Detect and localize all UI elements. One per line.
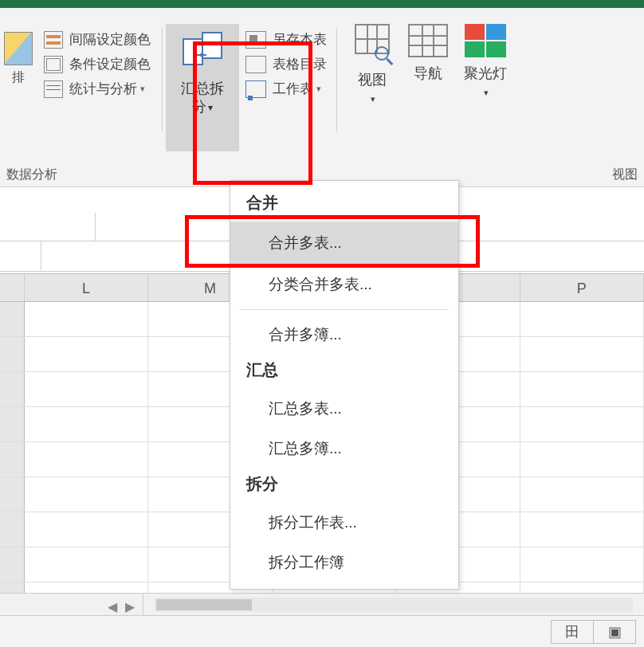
- split-merge-dropdown: 合并 合并多表... 分类合并多表... 合并多簿... 汇总 汇总多表... …: [230, 180, 459, 590]
- group-label-analysis: 数据分析: [6, 167, 57, 183]
- divider: [336, 28, 337, 131]
- spotlight-label: 聚光灯▾: [464, 65, 507, 100]
- worksheet-label: 工作表: [273, 80, 313, 98]
- stats-analysis-button[interactable]: 统计与分析 ▾: [44, 80, 151, 98]
- row-header-gutter: [0, 274, 25, 301]
- menu-split-workbook[interactable]: 拆分工作簿: [230, 543, 458, 582]
- menu-merge-workbooks[interactable]: 合并多簿...: [230, 315, 458, 355]
- split-merge-button[interactable]: 汇总拆分▾: [166, 24, 239, 151]
- nav-button[interactable]: 导航: [400, 16, 456, 83]
- sort-label: 排: [0, 69, 36, 86]
- spotlight-button[interactable]: 聚光灯▾: [456, 16, 507, 100]
- status-bar: 田 ▣: [0, 615, 644, 647]
- chevron-down-icon: ▾: [140, 84, 145, 94]
- menu-categorize-merge[interactable]: 分类合并多表...: [230, 265, 458, 304]
- split-merge-icon: [183, 32, 222, 72]
- scroll-track[interactable]: [155, 598, 633, 612]
- scroll-thumb[interactable]: [156, 599, 252, 610]
- split-merge-label: 汇总拆分▾: [178, 80, 227, 117]
- scroll-left-icon[interactable]: ◀: [108, 599, 119, 610]
- conditional-color-button[interactable]: 条件设定颜色: [44, 55, 151, 73]
- view-label: 视图▾: [352, 72, 392, 106]
- stats-icon: [44, 80, 63, 98]
- interval-icon: [44, 31, 63, 49]
- interval-color-button[interactable]: 间隔设定颜色: [44, 30, 151, 49]
- chevron-down-icon: ▾: [371, 94, 375, 104]
- nav-icon: [408, 24, 448, 57]
- conditional-icon: [44, 56, 63, 73]
- view-page-button[interactable]: ▣: [593, 620, 636, 644]
- scroll-right-icon[interactable]: ▶: [125, 599, 136, 610]
- save-as-button[interactable]: 另存本表: [245, 30, 327, 49]
- analysis-group: 间隔设定颜色 条件设定颜色 统计与分析 ▾: [36, 16, 159, 104]
- toc-label: 表格目录: [273, 55, 327, 73]
- section-summary: 汇总: [230, 355, 458, 389]
- menu-split-worksheet[interactable]: 拆分工作表...: [230, 503, 458, 543]
- menu-merge-tables[interactable]: 合并多表...: [230, 222, 458, 265]
- save-as-label: 另存本表: [273, 30, 327, 49]
- section-merge: 合并: [230, 187, 458, 222]
- horizontal-scrollbar[interactable]: ◀ ▶: [0, 593, 644, 615]
- col-header-L[interactable]: L: [25, 274, 148, 301]
- save-icon: [245, 31, 266, 49]
- select-all[interactable]: [0, 241, 41, 270]
- worksheet-icon: [245, 80, 266, 98]
- sort-button[interactable]: 排: [0, 16, 36, 86]
- menu-summary-workbooks[interactable]: 汇总多簿...: [230, 429, 458, 469]
- view-button[interactable]: 视图▾: [340, 16, 400, 106]
- toc-icon: [245, 56, 266, 73]
- nav-label: 导航: [408, 65, 448, 83]
- chevron-down-icon: ▾: [208, 102, 213, 113]
- ribbon: 排 间隔设定颜色 条件设定颜色 统计与分析 ▾: [0, 8, 644, 187]
- menu-divider: [240, 309, 449, 310]
- worksheet-button[interactable]: 工作表 ▾: [245, 80, 327, 98]
- sort-icon: [4, 32, 33, 65]
- interval-label: 间隔设定颜色: [69, 30, 151, 49]
- title-bar: [0, 0, 644, 8]
- workbook-group: 另存本表 表格目录 工作表 ▾: [239, 16, 333, 104]
- conditional-label: 条件设定颜色: [69, 55, 151, 73]
- divider: [162, 28, 163, 131]
- section-split: 拆分: [230, 469, 458, 503]
- chevron-down-icon: ▾: [484, 88, 489, 97]
- toc-button[interactable]: 表格目录: [245, 55, 327, 73]
- group-label-view: 视图: [612, 167, 638, 183]
- view-icon: [352, 24, 392, 64]
- stats-label: 统计与分析: [69, 80, 137, 98]
- view-normal-button[interactable]: 田: [551, 620, 594, 644]
- chevron-down-icon: ▾: [316, 84, 321, 94]
- spotlight-icon: [465, 24, 506, 57]
- col-header-P[interactable]: P: [520, 274, 644, 301]
- name-box[interactable]: [0, 213, 96, 241]
- menu-summary-tables[interactable]: 汇总多表...: [230, 389, 458, 429]
